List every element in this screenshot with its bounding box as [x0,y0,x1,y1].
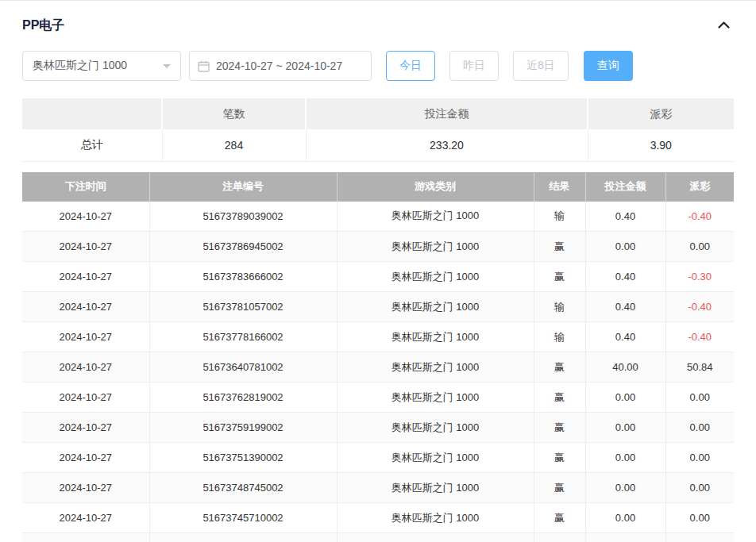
pp-electronics-panel: PP电子 奥林匹斯之门 1000 2024-10-27 [0,0,756,542]
result-cell: 赢 [534,232,585,262]
bet-row [22,533,734,542]
summary-total-row: 总计 284 233.20 3.90 [22,129,734,161]
result-cell: 赢 [534,443,585,473]
bet-amount-cell: 0.00 [585,382,665,413]
bet-amount-cell: 0.00 [585,413,665,443]
bets-header-id: 注单编号 [149,172,337,202]
bet-time-cell: 2024-10-27 [22,503,149,533]
summary-header-count: 笔数 [162,98,306,129]
bet-amount-cell: 0.40 [585,322,665,352]
bet-row: 2024-10-2751673789039002奥林匹斯之门 1000输0.40… [22,202,734,232]
bets-table: 下注时间 注单编号 游戏类别 结果 投注金额 派彩 2024-10-275167… [22,172,734,542]
bet-row: 2024-10-2751673745710002奥林匹斯之门 1000赢0.00… [22,503,734,533]
bet-time-cell: 2024-10-27 [22,262,149,292]
bet-id-cell: 51673762819002 [149,382,337,413]
bet-row: 2024-10-2751673751390002奥林匹斯之门 1000赢0.00… [22,443,734,473]
bet-id-cell: 51673640781002 [149,352,337,382]
bet-row: 2024-10-2751673748745002奥林匹斯之门 1000赢0.00… [22,473,734,503]
bet-id-cell: 51673783666002 [149,262,337,292]
date-range-picker[interactable]: 2024-10-27 ~ 2024-10-27 [189,51,372,81]
bet-row: 2024-10-2751673762819002奥林匹斯之门 1000赢0.00… [22,382,734,413]
bet-amount-cell: 40.00 [585,352,665,382]
bets-header-time: 下注时间 [22,172,149,202]
bets-header-amount: 投注金额 [585,172,665,202]
summary-header-amount: 投注金额 [306,98,588,129]
game-name-cell: 奥林匹斯之门 1000 [337,292,534,322]
game-select-value: 奥林匹斯之门 1000 [33,59,163,73]
summary-total-label: 总计 [22,129,162,161]
bet-time-cell: 2024-10-27 [22,202,149,232]
game-name-cell: 奥林匹斯之门 1000 [337,262,534,292]
summary-count-value: 284 [162,129,306,161]
result-cell: 赢 [534,413,585,443]
bet-time-cell: 2024-10-27 [22,382,149,413]
bet-amount-cell [585,533,665,542]
bet-id-cell: 51673789039002 [149,202,337,232]
bet-time-cell: 2024-10-27 [22,292,149,322]
summary-payout-value: 3.90 [588,129,734,161]
bet-amount-cell: 0.00 [585,503,665,533]
calendar-icon [198,60,210,72]
bet-id-cell: 51673745710002 [149,503,337,533]
quick-range-group: 今日昨日近8日 [386,51,583,81]
payout-cell: -0.40 [665,322,734,352]
collapse-button[interactable] [714,17,734,35]
summary-header-payout: 派彩 [588,98,734,129]
filter-row: 奥林匹斯之门 1000 2024-10-27 ~ 2024-10-27 今日昨日… [22,51,734,81]
bet-amount-cell: 0.00 [585,232,665,262]
bet-id-cell: 51673781057002 [149,292,337,322]
bet-row: 2024-10-2751673783666002奥林匹斯之门 1000赢0.40… [22,262,734,292]
bet-amount-cell: 0.40 [585,262,665,292]
bet-amount-cell: 0.00 [585,443,665,473]
game-name-cell: 奥林匹斯之门 1000 [337,503,534,533]
date-range-value: 2024-10-27 ~ 2024-10-27 [216,60,342,72]
bet-amount-cell: 0.40 [585,202,665,232]
result-cell: 赢 [534,382,585,413]
game-name-cell: 奥林匹斯之门 1000 [337,382,534,413]
bets-header-payout: 派彩 [665,172,734,202]
query-button[interactable]: 查询 [584,51,633,81]
quick-range-button-今日[interactable]: 今日 [386,51,435,81]
result-cell: 输 [534,322,585,352]
bet-id-cell [149,533,337,542]
bet-row: 2024-10-2751673781057002奥林匹斯之门 1000输0.40… [22,292,734,322]
bet-time-cell: 2024-10-27 [22,473,149,503]
payout-cell: 0.00 [665,503,734,533]
result-cell: 赢 [534,503,585,533]
result-cell [534,533,585,542]
payout-cell: -0.40 [665,202,734,232]
payout-cell: 0.00 [665,232,734,262]
bet-id-cell: 51673786945002 [149,232,337,262]
payout-cell: 0.00 [665,473,734,503]
result-cell: 赢 [534,473,585,503]
panel-header: PP电子 [22,1,734,51]
bets-header-game: 游戏类别 [337,172,534,202]
bet-amount-cell: 0.40 [585,292,665,322]
bet-id-cell: 51673759199002 [149,413,337,443]
result-cell: 赢 [534,352,585,382]
bet-id-cell: 51673748745002 [149,473,337,503]
chevron-up-icon [717,20,731,32]
bets-header-row: 下注时间 注单编号 游戏类别 结果 投注金额 派彩 [22,172,734,202]
page-title: PP电子 [22,17,64,34]
game-select[interactable]: 奥林匹斯之门 1000 [22,51,181,81]
quick-range-button-近8日[interactable]: 近8日 [513,51,569,81]
summary-header-empty [22,98,162,129]
bet-amount-cell: 0.00 [585,473,665,503]
quick-range-button-昨日[interactable]: 昨日 [449,51,499,81]
game-name-cell: 奥林匹斯之门 1000 [337,473,534,503]
bet-time-cell: 2024-10-27 [22,443,149,473]
bet-row: 2024-10-2751673759199002奥林匹斯之门 1000赢0.00… [22,413,734,443]
bet-time-cell [22,533,149,542]
payout-cell: -0.40 [665,292,734,322]
bet-time-cell: 2024-10-27 [22,413,149,443]
payout-cell: 0.00 [665,443,734,473]
result-cell: 输 [534,292,585,322]
bet-row: 2024-10-2751673640781002奥林匹斯之门 1000赢40.0… [22,352,734,382]
game-name-cell: 奥林匹斯之门 1000 [337,232,534,262]
game-name-cell: 奥林匹斯之门 1000 [337,352,534,382]
payout-cell: -0.30 [665,262,734,292]
game-name-cell: 奥林匹斯之门 1000 [337,443,534,473]
payout-cell: 50.84 [665,352,734,382]
game-name-cell: 奥林匹斯之门 1000 [337,202,534,232]
